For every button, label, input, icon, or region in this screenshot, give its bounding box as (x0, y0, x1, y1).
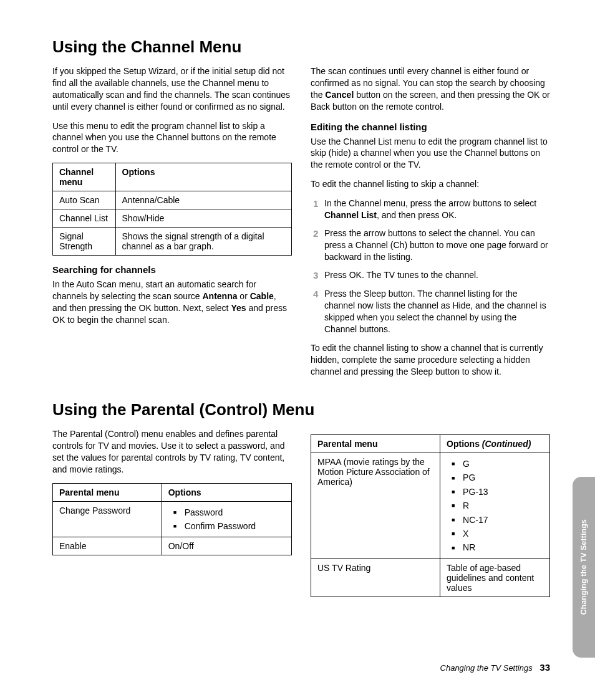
para: If you skipped the Setup Wizard, or if t… (52, 65, 292, 113)
step-text: In the Channel menu, press the arrow but… (324, 198, 550, 221)
td: G PG PG-13 R NC-17 X NR (440, 453, 550, 559)
td: Signal Strength (53, 228, 116, 256)
step-num: 1 (313, 198, 324, 221)
bullet: NC-17 (452, 513, 543, 527)
step-num: 4 (313, 288, 324, 335)
heading-parental-menu: Using the Parental (Control) Menu (52, 400, 550, 420)
col-left-2: The Parental (Control) menu enables and … (52, 428, 292, 606)
bullet: G (452, 457, 543, 471)
col-right-2: Parental menu Options (Continued) MPAA (… (311, 428, 550, 606)
bullet: R (452, 499, 543, 512)
page-footer: Changing the TV Settings 33 (440, 662, 550, 673)
subheading-editing: Editing the channel listing (311, 122, 550, 132)
th: Channel menu (53, 163, 116, 191)
td: Antenna/Cable (115, 191, 291, 209)
td: US TV Rating (311, 559, 440, 597)
step-num: 2 (313, 228, 324, 263)
td: Show/Hide (115, 209, 291, 228)
para: Use the Channel List menu to edit the pr… (311, 136, 550, 171)
bullet: NR (452, 540, 543, 554)
step-num: 3 (313, 269, 324, 282)
td: Enable (53, 537, 162, 555)
col-right-1: The scan continues until every channel i… (311, 65, 550, 385)
td: Shows the signal strength of a digital c… (115, 228, 291, 256)
subheading-searching: Searching for channels (52, 264, 292, 275)
td: MPAA (movie ratings by the Motion Pictur… (311, 453, 440, 559)
para: The scan continues until every channel i… (311, 65, 550, 113)
th: Parental menu (311, 435, 440, 453)
para: The Parental (Control) menu enables and … (52, 428, 292, 476)
side-tab-label: Changing the TV Settings (579, 519, 588, 615)
td: Password Confirm Password (162, 501, 291, 537)
parental-menu-table-left: Parental menu Options Change Password Pa… (52, 483, 292, 556)
para: To edit the channel listing to show a ch… (311, 342, 550, 378)
steps-list: 1In the Channel menu, press the arrow bu… (311, 198, 550, 335)
parental-menu-table-right: Parental menu Options (Continued) MPAA (… (311, 434, 550, 597)
col-left-1: If you skipped the Setup Wizard, or if t… (52, 65, 292, 385)
step-text: Press OK. The TV tunes to the channel. (324, 269, 550, 282)
bullet: PG (452, 471, 543, 484)
step-text: Press the arrow buttons to select the ch… (324, 228, 550, 263)
td: On/Off (162, 537, 291, 555)
footer-page-number: 33 (539, 662, 550, 673)
bullet: PG-13 (452, 485, 543, 499)
bullet: Password (173, 506, 285, 519)
th: Options (162, 483, 291, 501)
td: Auto Scan (53, 191, 116, 209)
heading-channel-menu: Using the Channel Menu (52, 37, 550, 57)
side-tab: Changing the TV Settings (573, 477, 595, 658)
th: Parental menu (53, 483, 162, 501)
para: To edit the channel listing to skip a ch… (311, 178, 550, 190)
th: Options (Continued) (440, 435, 550, 453)
td: Change Password (53, 501, 162, 537)
td: Table of age-based guidelines and conten… (440, 559, 550, 597)
channel-menu-table: Channel menu Options Auto ScanAntenna/Ca… (52, 163, 292, 256)
step-text: Press the Sleep button. The channel list… (324, 288, 550, 335)
td: Channel List (53, 209, 116, 228)
footer-chapter: Changing the TV Settings (440, 663, 533, 673)
para: In the Auto Scan menu, start an automati… (52, 279, 292, 326)
bullet: X (452, 527, 543, 540)
para: Use this menu to edit the program channe… (52, 120, 292, 156)
th: Options (115, 163, 291, 191)
bullet: Confirm Password (173, 519, 285, 533)
